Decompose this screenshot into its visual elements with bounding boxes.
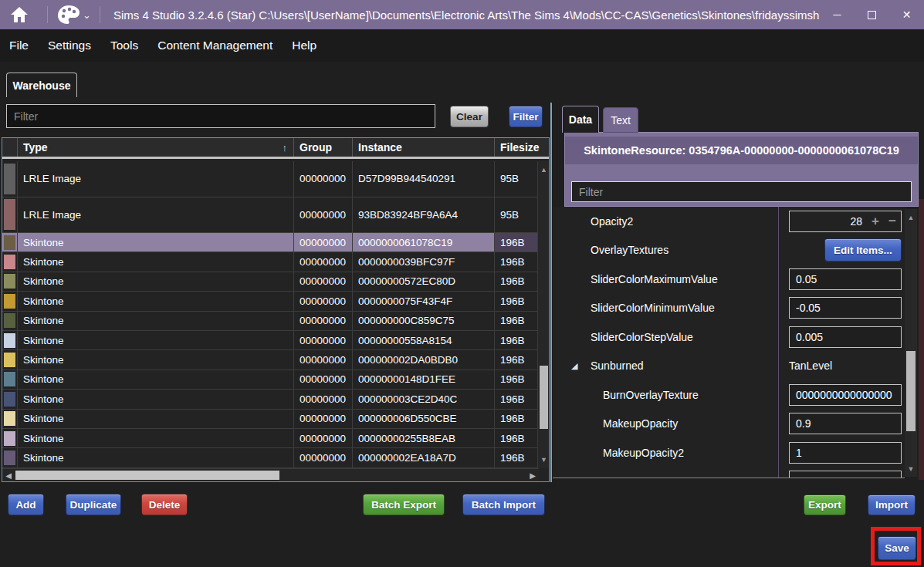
menu-item-help[interactable]: Help <box>292 39 316 52</box>
edit-items-button[interactable]: Edit Items... <box>824 238 902 262</box>
cell-instance: 000000002EA18A7D <box>353 448 495 467</box>
scroll-left-icon[interactable]: ◀ <box>2 469 15 481</box>
tab-warehouse[interactable]: Warehouse <box>6 73 77 97</box>
menu-item-content-management[interactable]: Content Management <box>157 39 272 52</box>
table-row[interactable]: Skintone000000000000000075F43F4F196B <box>2 292 539 311</box>
minus-icon[interactable]: − <box>884 214 901 229</box>
delete-button[interactable]: Delete <box>141 494 188 515</box>
export-button[interactable]: Export <box>804 494 846 515</box>
table-row[interactable]: LRLE Image00000000D57D99B94454029195B <box>2 161 539 197</box>
vertical-scroll-thumb[interactable] <box>540 366 548 429</box>
column-header-instance[interactable]: Instance <box>353 138 495 157</box>
table-horizontal-scrollbar[interactable]: ◀ ▶ <box>2 468 539 481</box>
swatch-cell <box>2 272 18 291</box>
duplicate-button[interactable]: Duplicate <box>66 494 121 515</box>
cell-group: 00000000 <box>294 331 353 349</box>
minimize-button[interactable]: ─ <box>820 0 855 29</box>
table-row[interactable]: Skintone000000000000000039BFC97F196B <box>2 252 539 272</box>
batch-import-button[interactable]: Batch Import <box>462 494 545 515</box>
property-value <box>789 268 902 290</box>
warehouse-filter-input[interactable] <box>6 104 435 128</box>
scroll-right-icon[interactable]: ▶ <box>526 469 539 481</box>
scroll-down-icon[interactable]: ▼ <box>538 454 550 465</box>
cell-instance: 000000000C859C75 <box>353 312 495 330</box>
edge-strip <box>919 199 924 480</box>
swatch-cell <box>2 161 18 197</box>
menu-item-file[interactable]: File <box>9 39 29 52</box>
clear-button[interactable]: Clear <box>450 106 489 127</box>
titlebar-separator <box>100 6 100 23</box>
batch-export-button[interactable]: Batch Export <box>363 494 445 515</box>
property-row: SliderColorStepValue <box>553 322 905 352</box>
property-value-input[interactable] <box>789 384 902 406</box>
import-button[interactable]: Import <box>868 494 916 515</box>
table-row[interactable]: Skintone0000000000000000572EC80D196B <box>2 272 539 292</box>
table-row[interactable]: Skintone00000000000000002DA0BDB0196B <box>2 350 539 370</box>
table-row[interactable]: LRLE Image0000000093BD83924BF9A6A495B <box>2 197 539 234</box>
column-header-type[interactable]: Type ↑ <box>18 138 294 157</box>
close-button[interactable]: ✕ <box>889 0 924 29</box>
menu-item-settings[interactable]: Settings <box>48 39 91 52</box>
plus-icon[interactable]: + <box>867 214 884 229</box>
property-value-input[interactable] <box>789 413 902 434</box>
horizontal-scroll-thumb[interactable] <box>15 471 279 480</box>
menu-item-tools[interactable]: Tools <box>110 39 138 52</box>
property-value-input[interactable] <box>789 268 902 290</box>
color-swatch <box>4 353 15 367</box>
table-row[interactable]: Skintone00000000000000003CE2D40C196B <box>2 390 539 409</box>
table-row[interactable]: Skintone00000000000000000C859C75196B <box>2 312 539 331</box>
column-header-filesize[interactable]: Filesize <box>495 138 539 157</box>
cell-type: Skintone <box>18 312 294 330</box>
property-value-input[interactable] <box>789 471 902 478</box>
scroll-down-icon[interactable]: ▼ <box>905 464 917 474</box>
property-scroll-thumb[interactable] <box>906 351 916 431</box>
property-value-input[interactable] <box>789 442 902 464</box>
color-swatch <box>4 294 15 309</box>
property-value-input[interactable] <box>789 297 902 319</box>
property-row: Opacity228+− <box>553 207 905 236</box>
sort-ascending-icon[interactable]: ↑ <box>283 142 288 154</box>
swatch-cell <box>2 390 18 408</box>
color-swatch <box>4 313 15 328</box>
cell-instance: D57D99B944540291 <box>353 161 495 197</box>
property-name: Opacity2 <box>591 215 633 228</box>
home-icon[interactable] <box>0 0 39 29</box>
scroll-up-icon[interactable]: ▲ <box>905 212 917 223</box>
stepper-value[interactable]: 28 <box>790 215 867 228</box>
cell-type: Skintone <box>18 252 294 271</box>
tab-data[interactable]: Data <box>562 106 599 133</box>
cell-filesize: 196B <box>495 331 539 349</box>
table-row[interactable]: Skintone000000000000000061078C19196B <box>2 233 539 252</box>
table-row[interactable]: Skintone0000000000000000148D1FEE196B <box>2 370 539 390</box>
panel-splitter[interactable] <box>550 103 552 482</box>
table-row[interactable]: Skintone00000000000000006D550CBE196B <box>2 410 539 429</box>
property-value <box>789 442 902 464</box>
table-row[interactable]: Skintone0000000000000000558A8154196B <box>2 331 539 350</box>
scroll-up-icon[interactable]: ▲ <box>538 164 550 175</box>
cell-type: Skintone <box>18 429 294 447</box>
tab-text[interactable]: Text <box>603 107 638 133</box>
table-row[interactable]: Skintone00000000000000002EA18A7D196B <box>2 448 539 467</box>
filter-button[interactable]: Filter <box>509 106 543 127</box>
resource-header-panel: SkintoneResource: 0354796A-00000000-0000… <box>564 132 919 207</box>
property-filter-input[interactable] <box>571 181 912 202</box>
cell-filesize: 196B <box>495 429 539 447</box>
property-value-input[interactable] <box>789 326 902 348</box>
expander-icon[interactable]: ◢ <box>571 361 577 371</box>
cell-type: LRLE Image <box>18 197 294 233</box>
property-value <box>789 471 902 478</box>
palette-icon[interactable] <box>56 0 81 29</box>
cell-instance: 000000002DA0BDB0 <box>353 350 495 369</box>
table-row[interactable]: Skintone0000000000000000255B8EAB196B <box>2 429 539 448</box>
table-vertical-scrollbar[interactable]: ▲ ▼ <box>537 161 549 468</box>
chevron-down-icon[interactable]: ⌄ <box>83 9 91 21</box>
property-row: ◢SunburnedTanLevel <box>553 352 905 381</box>
property-name: SliderColorStepValue <box>591 331 693 343</box>
column-header-group[interactable]: Group <box>294 138 353 157</box>
property-row: MakeupOpacity2 <box>553 438 905 467</box>
add-button[interactable]: Add <box>8 494 44 515</box>
property-scrollbar[interactable]: ▲ ▼ <box>905 209 917 477</box>
swatch-cell <box>2 233 18 251</box>
column-header-swatch[interactable] <box>2 138 18 157</box>
maximize-button[interactable] <box>855 0 889 29</box>
